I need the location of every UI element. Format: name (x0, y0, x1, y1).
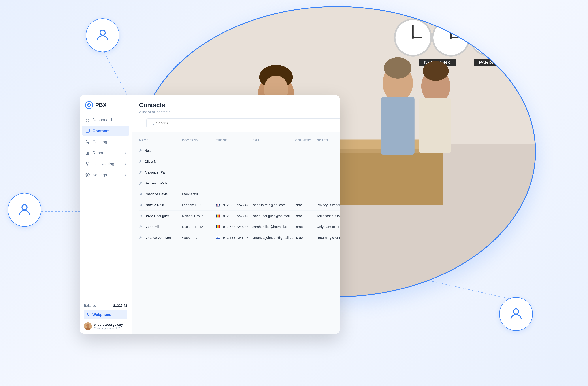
table-row: No... (139, 145, 340, 156)
nav-label-calllog: Call Log (92, 140, 126, 144)
company-cell: Weber Inc (182, 236, 216, 240)
callrouting-icon (85, 161, 90, 166)
nav-label-dashboard: Dashboard (92, 117, 126, 122)
svg-point-4 (22, 205, 27, 210)
svg-point-11 (412, 36, 414, 39)
user-row: Albert Georgeway Company Name LLC (84, 322, 127, 330)
email-cell: amanda.johnson@gmail.c... (252, 236, 295, 240)
svg-point-71 (140, 204, 142, 205)
flag-uk (216, 204, 220, 207)
table-row: David Rodriguez Reichel Group +972 538 7… (139, 211, 340, 221)
webphone-button[interactable]: Webphone (84, 310, 127, 319)
table-header: NAME COMPANY PHONE EMAIL COUNTRY NOTES (139, 135, 340, 145)
svg-point-64 (151, 122, 153, 124)
user-icon-bottom (508, 306, 524, 322)
table-row: Isabella Reid Labadie LLC (139, 200, 340, 211)
svg-point-60 (87, 174, 88, 175)
svg-point-15 (450, 36, 452, 39)
reports-icon (85, 150, 90, 155)
page-title: Contacts (139, 102, 340, 108)
user-bubble-mid (8, 193, 41, 227)
logo-text: PBX (95, 102, 106, 108)
contact-name: Sarah Miller (139, 225, 182, 229)
search-input[interactable] (156, 121, 340, 125)
main-content: Contacts A list of all contacts... NAME … (132, 95, 340, 334)
svg-point-83 (140, 226, 142, 227)
phone-icon (87, 313, 91, 317)
person-icon (139, 171, 143, 174)
table-row: Alexander Par... (139, 167, 340, 178)
nav-item-reports[interactable]: Reports › (82, 148, 129, 158)
app-window: PBX Dashboard (80, 95, 340, 334)
nav-item-calllog[interactable]: Call Log (82, 137, 129, 147)
svg-rect-88 (216, 236, 220, 239)
contact-name: Benjamin Wells (139, 181, 182, 185)
email-cell: isabella.reid@aol.com (252, 203, 295, 207)
nav-item-settings[interactable]: Settings › (82, 170, 129, 180)
contact-name: Alexander Par... (139, 171, 182, 174)
col-name: NAME (139, 138, 182, 142)
table-row: Benjamin Wells (139, 178, 340, 189)
svg-point-16 (471, 19, 507, 56)
user-icon-mid (17, 202, 32, 217)
user-avatar (84, 322, 92, 330)
svg-point-67 (140, 160, 142, 162)
phone-cell: +972 538 7248 47 (216, 236, 252, 240)
sidebar: PBX Dashboard (80, 95, 132, 334)
svg-point-36 (423, 61, 449, 81)
svg-rect-82 (218, 214, 220, 217)
country-cell: Israel (295, 203, 317, 207)
svg-point-68 (140, 171, 142, 172)
svg-point-69 (140, 182, 142, 183)
svg-rect-85 (217, 225, 218, 228)
dashboard-icon (85, 117, 90, 122)
nav-item-contacts[interactable]: Contacts (82, 126, 129, 136)
country-cell: Israel (295, 225, 317, 229)
contacts-table: NAME COMPANY PHONE EMAIL COUNTRY NOTES N… (132, 132, 340, 334)
person-icon (139, 182, 143, 185)
svg-rect-45 (88, 118, 89, 119)
table-row: Sarah Miller Russel - Hintz +972 538 724… (139, 221, 340, 232)
col-email: EMAIL (252, 138, 295, 142)
email-cell: sarah.miller@hotmail.com (252, 225, 295, 229)
svg-point-3 (100, 30, 105, 35)
person-icon (139, 149, 143, 152)
col-company: COMPANY (182, 138, 216, 142)
user-bubble-top (86, 18, 119, 52)
contact-name: Olivia M... (139, 160, 182, 164)
nav-item-dashboard[interactable]: Dashboard (82, 115, 129, 125)
flag-romania (216, 214, 220, 217)
svg-line-65 (153, 124, 154, 125)
sidebar-bottom: Balance $1325.42 Webphone (80, 300, 131, 334)
user-info: Albert Georgeway Company Name LLC (94, 323, 127, 330)
col-country: COUNTRY (295, 138, 317, 142)
phone-cell: +972 538 7248 47 (216, 214, 252, 218)
svg-point-58 (88, 163, 89, 163)
balance-amount: $1325.42 (113, 304, 127, 308)
svg-point-66 (140, 150, 142, 151)
user-company: Company Name LLC (94, 327, 127, 330)
contact-name: Amanda Johnson (139, 236, 182, 240)
callrouting-chevron: › (125, 162, 126, 166)
company-cell: Labadie LLC (182, 203, 216, 207)
webphone-label: Webphone (92, 312, 111, 317)
svg-point-70 (140, 193, 142, 194)
person-icon (139, 160, 143, 163)
user-name: Albert Georgeway (94, 323, 127, 327)
reports-chevron: › (125, 151, 126, 154)
col-phone: PHONE (216, 138, 252, 142)
table-row: Charlotte Davis Pfannerstill... (139, 189, 340, 200)
balance-label: Balance (84, 304, 96, 308)
nav-label-settings: Settings (92, 173, 123, 177)
content-header: Contacts A list of all contacts... (132, 95, 340, 132)
search-bar[interactable] (147, 118, 340, 128)
svg-rect-86 (218, 225, 220, 228)
nav-label-reports: Reports (92, 150, 123, 155)
svg-rect-37 (419, 98, 451, 153)
nav-label-contacts: Contacts (92, 129, 126, 133)
nav-item-callrouting[interactable]: Call Routing › (82, 159, 129, 169)
sidebar-nav: Dashboard Contacts (80, 115, 131, 300)
flag-israel (216, 236, 220, 239)
notes-cell: Returning client. (317, 236, 340, 240)
company-cell: Russel - Hintz (182, 225, 216, 229)
